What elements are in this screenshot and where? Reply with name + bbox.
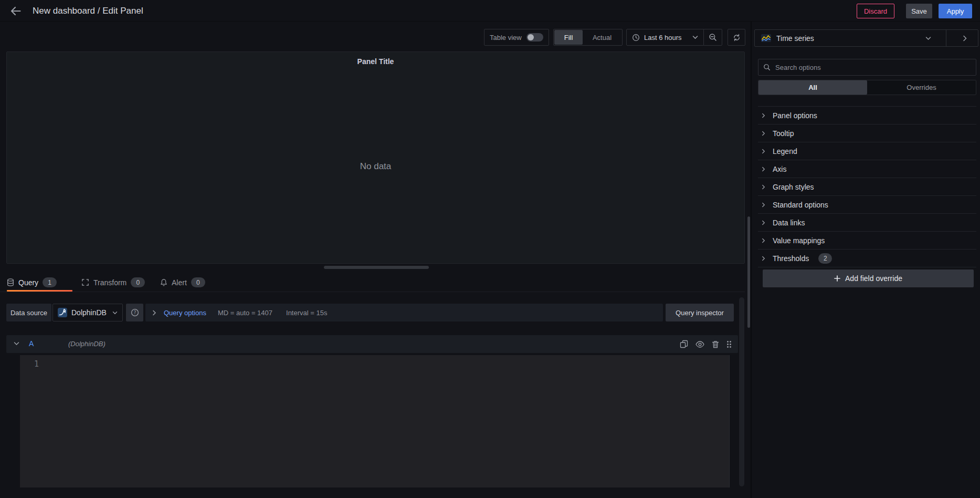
drag-handle-icon[interactable] bbox=[726, 340, 732, 348]
panel-title[interactable]: Panel Title bbox=[7, 57, 744, 66]
collapse-chevron-icon[interactable] bbox=[14, 341, 19, 346]
discard-button[interactable]: Discard bbox=[857, 4, 894, 18]
query-datasource-hint: (DolphinDB) bbox=[68, 340, 106, 348]
visualization-picker[interactable]: Time series bbox=[754, 29, 978, 47]
query-options-label: Query options bbox=[164, 309, 206, 317]
tab-query-label: Query bbox=[18, 278, 38, 287]
option-graph-styles[interactable]: Graph styles bbox=[758, 178, 976, 196]
query-pane-scrollbar[interactable] bbox=[739, 297, 744, 486]
search-icon bbox=[763, 64, 771, 71]
options-filter-tabs: All Overrides bbox=[758, 80, 976, 95]
plus-icon bbox=[834, 275, 840, 282]
add-field-override-button[interactable]: Add field override bbox=[763, 269, 974, 287]
chevron-right-icon bbox=[762, 202, 765, 208]
options-accordion: Panel options Tooltip Legend Axis Graph … bbox=[758, 106, 976, 267]
no-data-message: No data bbox=[7, 161, 744, 172]
thresholds-count-badge: 2 bbox=[818, 253, 832, 264]
options-search bbox=[758, 59, 976, 76]
chevron-right-icon bbox=[152, 310, 156, 316]
actual-option[interactable]: Actual bbox=[583, 30, 621, 45]
filter-tab-all[interactable]: All bbox=[758, 80, 867, 95]
tab-alert[interactable]: Alert 0 bbox=[160, 274, 205, 290]
time-range-label: Last 6 hours bbox=[644, 34, 688, 42]
chevron-right-icon bbox=[762, 167, 765, 172]
bell-icon bbox=[160, 278, 167, 286]
table-view-group: Table view bbox=[484, 29, 549, 46]
editor-line-number: 1 bbox=[27, 359, 39, 369]
option-axis[interactable]: Axis bbox=[758, 160, 976, 178]
back-button[interactable] bbox=[7, 4, 24, 18]
refresh-button[interactable] bbox=[728, 29, 745, 46]
option-legend[interactable]: Legend bbox=[758, 142, 976, 160]
main-scrollbar-thumb[interactable] bbox=[747, 216, 750, 328]
option-value-mappings[interactable]: Value mappings bbox=[758, 232, 976, 250]
chevron-right-icon bbox=[762, 113, 765, 118]
datasource-help-button[interactable]: ? bbox=[126, 304, 143, 321]
visualization-name: Time series bbox=[776, 34, 920, 43]
chevron-down-icon bbox=[925, 36, 931, 40]
filter-tab-overrides[interactable]: Overrides bbox=[867, 80, 976, 95]
tab-alert-count: 0 bbox=[191, 277, 205, 287]
chevron-right-icon bbox=[762, 149, 765, 154]
query-code-editor[interactable]: 1 bbox=[20, 355, 730, 487]
clock-icon bbox=[632, 34, 640, 42]
tab-query-count: 1 bbox=[43, 277, 57, 287]
panel-resize-handle[interactable] bbox=[324, 266, 429, 269]
option-thresholds[interactable]: Thresholds 2 bbox=[758, 250, 976, 267]
apply-button[interactable]: Apply bbox=[939, 4, 972, 18]
option-tooltip[interactable]: Tooltip bbox=[758, 124, 976, 142]
page-title: New dashboard / Edit Panel bbox=[33, 0, 143, 22]
chevron-right-icon bbox=[762, 256, 765, 261]
zoom-out-button[interactable] bbox=[703, 29, 722, 46]
interval-summary: Interval = 15s bbox=[286, 309, 327, 317]
visualization-panel: Panel Title No data bbox=[6, 51, 745, 264]
time-series-chart-icon bbox=[761, 34, 771, 42]
add-field-override-label: Add field override bbox=[845, 274, 902, 283]
svg-text:?: ? bbox=[133, 310, 136, 315]
tab-query[interactable]: Query 1 bbox=[7, 274, 57, 290]
query-row-actions bbox=[680, 335, 732, 353]
editor-tabs-bar: Query 1 Transform 0 Alert 0 bbox=[0, 274, 745, 292]
tab-transform[interactable]: Transform 0 bbox=[81, 274, 145, 290]
top-bar: New dashboard / Edit Panel Discard Save … bbox=[0, 0, 980, 22]
toggle-knob bbox=[528, 34, 534, 40]
duplicate-query-icon[interactable] bbox=[680, 340, 688, 348]
option-data-links[interactable]: Data links bbox=[758, 214, 976, 232]
query-inspector-button[interactable]: Query inspector bbox=[666, 304, 734, 321]
database-icon bbox=[7, 278, 14, 286]
arrow-left-icon bbox=[10, 6, 21, 16]
table-view-label: Table view bbox=[490, 34, 522, 42]
datasource-name: DolphinDB bbox=[71, 308, 108, 317]
options-search-input[interactable] bbox=[774, 63, 971, 72]
fill-option[interactable]: Fill bbox=[554, 30, 583, 45]
tab-transform-label: Transform bbox=[93, 278, 127, 287]
fill-actual-group: Fill Actual bbox=[553, 29, 623, 46]
active-tab-underline bbox=[7, 290, 72, 292]
question-circle-icon: ? bbox=[131, 308, 139, 317]
delete-query-icon[interactable] bbox=[712, 340, 719, 348]
zoom-out-icon bbox=[709, 33, 717, 42]
grafana-edit-panel: New dashboard / Edit Panel Discard Save … bbox=[0, 0, 980, 498]
save-button[interactable]: Save bbox=[906, 4, 932, 18]
divider bbox=[946, 30, 946, 46]
chevron-right-icon bbox=[762, 238, 765, 243]
toggle-visibility-icon[interactable] bbox=[696, 341, 704, 348]
chevron-right-icon bbox=[762, 220, 765, 225]
datasource-label: Data source bbox=[6, 304, 51, 321]
query-row-header[interactable]: A (DolphinDB) bbox=[6, 335, 738, 353]
dolphindb-logo-icon bbox=[58, 308, 67, 317]
chevron-down-icon bbox=[112, 311, 118, 315]
max-data-points-summary: MD = auto = 1407 bbox=[218, 309, 272, 317]
tab-transform-count: 0 bbox=[131, 277, 145, 287]
query-options-bar[interactable]: Query options MD = auto = 1407 Interval … bbox=[145, 304, 663, 321]
time-range-picker[interactable]: Last 6 hours bbox=[626, 29, 704, 46]
sidebar-divider bbox=[751, 22, 752, 498]
table-view-toggle[interactable] bbox=[526, 33, 543, 42]
collapse-options-button[interactable] bbox=[952, 30, 978, 46]
tab-alert-label: Alert bbox=[172, 278, 187, 287]
query-ref-id: A bbox=[29, 339, 34, 348]
transform-icon bbox=[81, 278, 89, 286]
option-panel-options[interactable]: Panel options bbox=[758, 107, 976, 124]
option-standard-options[interactable]: Standard options bbox=[758, 196, 976, 214]
datasource-picker[interactable]: DolphinDB bbox=[52, 304, 123, 321]
